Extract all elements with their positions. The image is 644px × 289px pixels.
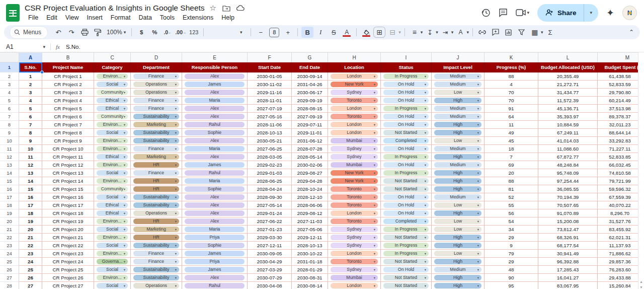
person-dropdown-chip[interactable]: Sophie [185,243,245,249]
category-dropdown-chip[interactable]: Environ...▾ [97,162,128,168]
department-dropdown-chip[interactable]: Finance▾ [133,74,179,80]
text-wrap-caret[interactable]: ▾ [451,30,454,35]
chip-caret-icon[interactable]: ▾ [124,276,125,280]
row-header-15[interactable]: 15 [0,177,19,185]
impact-dropdown-chip[interactable]: High▾ [434,122,481,128]
row-header-14[interactable]: 14 [0,169,19,177]
person-dropdown-chip[interactable]: Rahul [185,283,245,289]
impact-dropdown-chip[interactable]: Medium▾ [434,162,481,168]
status-dropdown-chip[interactable]: On Hold▾ [383,162,429,168]
chip-caret-icon[interactable]: ▾ [175,252,177,256]
category-dropdown-chip[interactable]: Ethical▾ [97,202,128,208]
row-header-1[interactable]: 1 [0,62,19,73]
chip-caret-icon[interactable]: ▾ [425,163,426,167]
chip-caret-icon[interactable]: ▾ [425,91,426,95]
row-header-16[interactable]: 16 [0,185,19,193]
share-button[interactable]: Share ▾ [537,4,598,22]
category-dropdown-chip[interactable]: Environ...▾ [97,235,128,241]
category-dropdown-chip[interactable]: Environ...▾ [97,251,128,257]
chip-caret-icon[interactable]: ▾ [175,171,177,175]
chip-caret-icon[interactable]: ▾ [477,252,479,256]
chip-caret-icon[interactable]: ▾ [175,139,177,143]
impact-dropdown-chip[interactable]: High▾ [434,259,481,265]
person-dropdown-chip[interactable]: James [185,267,245,273]
chip-caret-icon[interactable]: ▾ [477,131,479,135]
chip-caret-icon[interactable]: ▾ [175,147,177,151]
department-dropdown-chip[interactable]: Sustainability▾ [133,202,179,208]
chip-caret-icon[interactable]: ▾ [425,195,426,199]
row-header-2[interactable]: 2 [0,73,19,81]
impact-dropdown-chip[interactable]: Medium▾ [434,146,481,152]
italic-button[interactable]: I [314,27,327,38]
chip-caret-icon[interactable]: ▾ [425,179,426,183]
chip-caret-icon[interactable]: ▾ [477,260,479,264]
location-dropdown-chip[interactable]: London▾ [331,122,378,128]
account-avatar[interactable]: N [622,6,637,20]
chip-caret-icon[interactable]: ▾ [124,252,125,256]
menu-insert[interactable]: Insert [84,14,106,22]
location-dropdown-chip[interactable]: Sydney▾ [331,227,378,233]
chip-caret-icon[interactable]: ▾ [175,268,177,272]
borders-button[interactable]: ⊞ [373,27,385,38]
person-dropdown-chip[interactable]: James [185,251,245,257]
chip-caret-icon[interactable]: ▾ [425,284,426,288]
chip-caret-icon[interactable]: ▾ [124,163,125,167]
department-dropdown-chip[interactable]: Finance▾ [133,98,179,104]
chip-caret-icon[interactable]: ▾ [175,107,177,111]
chip-caret-icon[interactable]: ▾ [124,91,125,95]
chip-caret-icon[interactable]: ▾ [477,123,479,127]
chip-caret-icon[interactable]: ▾ [175,187,177,191]
chip-caret-icon[interactable]: ▾ [124,268,125,272]
status-dropdown-chip[interactable]: In Progress▾ [383,243,429,249]
chip-caret-icon[interactable]: ▾ [124,75,125,79]
chip-caret-icon[interactable]: ▾ [374,244,375,248]
select-all-corner[interactable] [0,52,19,62]
chip-caret-icon[interactable]: ▾ [477,91,479,95]
chip-caret-icon[interactable]: ▾ [175,260,177,264]
impact-dropdown-chip[interactable]: High▾ [434,275,481,281]
impact-dropdown-chip[interactable]: High▾ [434,154,481,160]
column-header-A[interactable]: A [19,52,42,62]
chip-caret-icon[interactable]: ▾ [124,131,125,135]
location-dropdown-chip[interactable]: New York▾ [331,178,378,184]
chip-caret-icon[interactable]: ▾ [374,179,375,183]
impact-dropdown-chip[interactable]: Low▾ [434,138,481,144]
status-dropdown-chip[interactable]: In Progress▾ [383,74,429,80]
chip-caret-icon[interactable]: ▾ [175,203,177,207]
chip-caret-icon[interactable]: ▾ [477,179,479,183]
chip-caret-icon[interactable]: ▾ [374,75,375,79]
person-dropdown-chip[interactable]: Alex [185,194,245,200]
impact-dropdown-chip[interactable]: Low▾ [434,219,481,225]
row-header-7[interactable]: 7 [0,113,19,121]
category-dropdown-chip[interactable]: Social▾ [97,130,128,136]
location-dropdown-chip[interactable]: London▾ [331,210,378,216]
text-color-button[interactable]: A [341,27,353,38]
category-dropdown-chip[interactable]: Social▾ [97,227,128,233]
location-dropdown-chip[interactable]: Toronto▾ [331,98,378,104]
person-dropdown-chip[interactable]: Alex [185,202,245,208]
person-dropdown-chip[interactable]: Maria [185,178,245,184]
status-dropdown-chip[interactable]: On Hold▾ [383,202,429,208]
location-dropdown-chip[interactable]: Toronto▾ [331,186,378,192]
column-header-M[interactable]: M [598,52,644,62]
row-header-11[interactable]: 11 [0,145,19,153]
horizontal-align-button[interactable]: ≡ [409,27,421,38]
chip-caret-icon[interactable]: ▾ [425,276,426,280]
font-size-input[interactable]: 8 [269,28,279,37]
redo-button[interactable]: ↷ [65,27,77,38]
chip-caret-icon[interactable]: ▾ [124,236,125,240]
department-dropdown-chip[interactable]: Sustainability▾ [133,267,179,273]
row-header-19[interactable]: 19 [0,209,19,218]
category-dropdown-chip[interactable]: Social▾ [97,194,128,200]
chip-caret-icon[interactable]: ▾ [124,203,125,207]
chip-caret-icon[interactable]: ▾ [477,228,479,232]
impact-dropdown-chip[interactable]: Medium▾ [434,267,481,273]
chip-caret-icon[interactable]: ▾ [124,99,125,103]
status-dropdown-chip[interactable]: Not Started▾ [383,259,429,265]
insert-chart-button[interactable] [503,27,515,38]
insert-link-button[interactable] [476,27,489,38]
merge-cells-button[interactable]: ⊟ [386,27,398,38]
chip-caret-icon[interactable]: ▾ [124,244,125,248]
chip-caret-icon[interactable]: ▾ [477,284,479,288]
impact-dropdown-chip[interactable]: Medium▾ [434,82,481,88]
